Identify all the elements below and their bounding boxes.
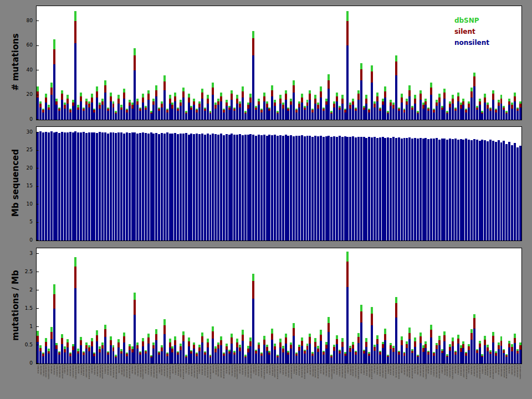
- y-tick-label: 0.5: [18, 342, 33, 347]
- y-tick-label: 10: [18, 202, 33, 207]
- mutations-count-bars: [37, 6, 521, 120]
- y-tick-label: 15: [18, 183, 33, 188]
- y-tick-label: 2.5: [18, 269, 33, 274]
- x-tick-sample-label: |1lI1l|Il1l1I|l1Ill1: [518, 365, 521, 379]
- mutations-count-panel: dbSNP silent nonsilent: [36, 6, 522, 120]
- y-tick-label: 20: [18, 166, 33, 171]
- y-tick-label: 60: [18, 43, 33, 48]
- legend-item-dbsnp: dbSNP: [454, 15, 489, 26]
- y-tick-label: 30: [18, 130, 33, 135]
- mutation-rate-figure: dbSNP silent nonsilent # mutations Mb se…: [0, 0, 532, 399]
- sample-id-label-strip: l1Il|1lI1l|I1Il|1lI1l|Il1lIl|1lI1l|Il1l1…: [36, 365, 521, 396]
- legend: dbSNP silent nonsilent: [454, 15, 489, 48]
- y-tick-label: 0: [18, 238, 33, 243]
- mb-sequenced-panel: [36, 126, 522, 241]
- mutations-per-mb-bars: [37, 248, 521, 364]
- y-tick-label: 0: [18, 361, 33, 366]
- y-axis-label-num-mutations: # mutations: [11, 33, 21, 91]
- legend-label-nonsilent: nonsilent: [454, 39, 489, 47]
- mb-sequenced-bars: [37, 127, 521, 241]
- y-tick-label: 20: [18, 92, 33, 97]
- legend-item-nonsilent: nonsilent: [454, 37, 489, 48]
- mutations-per-mb-panel: [36, 248, 522, 364]
- y-tick-label: 5: [18, 219, 33, 224]
- y-tick-label: 2: [18, 288, 33, 293]
- y-tick-label: 1.5: [18, 306, 33, 311]
- legend-label-silent: silent: [454, 28, 475, 35]
- y-tick-label: 40: [18, 68, 33, 73]
- legend-item-silent: silent: [454, 26, 489, 37]
- y-tick-label: 0: [18, 117, 33, 122]
- y-tick-label: 3: [18, 251, 33, 256]
- y-tick-label: 80: [18, 18, 33, 23]
- legend-label-dbsnp: dbSNP: [454, 17, 479, 24]
- y-tick-label: 25: [18, 147, 33, 152]
- y-tick-label: 1: [18, 324, 33, 329]
